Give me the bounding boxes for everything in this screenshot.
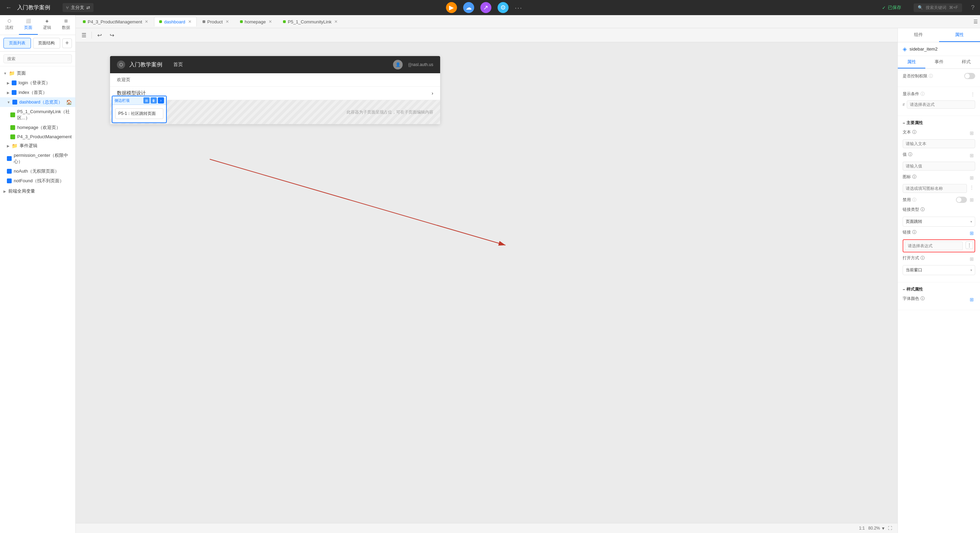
branch-selector[interactable]: ⑂ 主分支 ⇄: [63, 3, 94, 12]
page-list-button[interactable]: 页面列表: [3, 38, 31, 48]
fullscreen-button[interactable]: ⛶: [888, 526, 892, 531]
section-globals: ▶ 前端全局变量: [0, 186, 75, 196]
page-search-input[interactable]: [3, 54, 72, 63]
page-item-login[interactable]: ▶ login（登录页）: [0, 78, 75, 88]
open-method-select[interactable]: 当前窗口 ▾: [903, 265, 975, 275]
control-toggle-thumb: [965, 73, 970, 78]
open-method-arrow: ▾: [970, 268, 972, 272]
tab-product[interactable]: Product ✕: [197, 17, 234, 27]
display-condition-more[interactable]: ⋮: [970, 91, 975, 97]
publish-button[interactable]: ⚙: [498, 2, 509, 13]
property-tab-styles[interactable]: 样式: [953, 56, 980, 68]
help-button[interactable]: ?: [971, 4, 975, 11]
tab-close-dashboard[interactable]: ✕: [188, 19, 191, 24]
tab-p43[interactable]: P4_3_ProductManagement ✕: [78, 17, 153, 27]
component-icon: ◈: [903, 46, 907, 52]
widget-action-delete[interactable]: 🗑: [151, 97, 157, 103]
page-item-index[interactable]: ▶ index（首页）: [0, 88, 75, 97]
link-type-select[interactable]: 页面跳转 ▾: [903, 216, 975, 227]
tab-homepage[interactable]: homepage ✕: [235, 17, 277, 27]
section-main-props: − 主要属性 文本 ⓘ ⊞ 值: [898, 116, 980, 282]
zoom-down-icon[interactable]: ▾: [882, 525, 885, 531]
page-item-permission[interactable]: permission_center（权限中心）: [0, 151, 75, 166]
chevron-right: ▶: [7, 81, 10, 85]
page-structure-button[interactable]: 页面结构: [33, 38, 60, 48]
widget-action-copy[interactable]: ⊞: [143, 97, 150, 103]
page-item-homepage[interactable]: homepage（欢迎页）: [0, 123, 75, 132]
right-top-tabs: 组件 属性: [898, 28, 980, 42]
value-prop-input[interactable]: [903, 162, 975, 170]
icon-prop-input[interactable]: [903, 184, 967, 193]
section-globals-header[interactable]: ▶ 前端全局变量: [0, 186, 75, 196]
share-button[interactable]: ↗: [480, 2, 492, 13]
link-more-btn[interactable]: ⋮: [966, 242, 973, 249]
text-expand-btn[interactable]: ⊞: [968, 130, 975, 137]
page-label-events: 事件逻辑: [20, 143, 38, 149]
page-label-index: index（首页）: [19, 89, 47, 95]
page-icon-permission: [7, 156, 12, 161]
tab-close-community[interactable]: ✕: [334, 19, 338, 24]
play-button[interactable]: ▶: [446, 2, 457, 13]
condition-expression-input[interactable]: [907, 100, 975, 109]
tab-dashboard[interactable]: dashboard ✕: [154, 17, 196, 27]
font-color-expand-btn[interactable]: ⊞: [968, 296, 975, 303]
section-display-condition: 显示条件 ⓘ ⋮ if: [898, 87, 980, 116]
redo-button[interactable]: ↪: [107, 30, 116, 40]
tab-close-product[interactable]: ✕: [226, 19, 229, 24]
widget-action-more[interactable]: ›: [158, 97, 164, 103]
link-expand-btn[interactable]: ⊞: [968, 230, 975, 237]
open-method-expand-btn[interactable]: ⊞: [968, 256, 975, 263]
page-item-noauth[interactable]: noAuth（无权限页面）: [0, 166, 75, 176]
disabled-expand-btn[interactable]: ⊞: [968, 196, 975, 203]
tab-list-button[interactable]: ☰: [974, 19, 978, 24]
icon-expand-btn[interactable]: ⊞: [968, 174, 975, 181]
saved-label: 已保存: [888, 5, 901, 11]
disabled-label: 禁用 ⓘ: [903, 197, 916, 203]
more-button[interactable]: ···: [515, 4, 523, 12]
page-icon-notfound: [7, 178, 12, 183]
sidebar-widget: 侧边栏项 ⊞ 🗑 › P5-1：社区跳转页面: [112, 95, 167, 123]
app-title: 入门教学案例: [17, 4, 50, 11]
link-row-header: 链接 ⓘ ⊞: [903, 229, 975, 237]
tab-close-homepage[interactable]: ✕: [269, 19, 272, 24]
page-item-dashboard[interactable]: ▼ dashboard（总览页） 🏠: [0, 97, 75, 107]
add-page-button[interactable]: +: [62, 38, 72, 48]
text-prop-input[interactable]: [903, 139, 975, 148]
page-item-notfound[interactable]: notFound（找不到页面）: [0, 176, 75, 186]
icon-more-btn[interactable]: ⋮: [968, 184, 975, 191]
scale-label: 1:1: [859, 526, 865, 531]
tab-dot-dashboard: [159, 20, 162, 23]
tab-close-p43[interactable]: ✕: [145, 19, 148, 24]
property-tab-props[interactable]: 属性: [898, 56, 925, 68]
tab-flow[interactable]: ⬡ 流程: [0, 15, 19, 35]
cloud-button[interactable]: ☁: [463, 2, 474, 13]
tab-logic[interactable]: ◈ 逻辑: [38, 15, 57, 35]
back-button[interactable]: ←: [5, 4, 12, 11]
link-expression-input[interactable]: [905, 242, 963, 250]
tab-data[interactable]: ⊞ 数据: [56, 15, 75, 35]
page-item-product-mgmt[interactable]: P4_3_ProductManagement: [0, 132, 75, 141]
page-item-community[interactable]: P5_1_CommunityLink（社区...）: [0, 107, 75, 123]
app-logo: ⬡: [117, 60, 125, 69]
top-tab-components[interactable]: 组件: [898, 28, 939, 42]
control-toggle[interactable]: [964, 73, 975, 79]
zoom-controls: 80.2% ▾: [868, 525, 885, 531]
branch-swap-icon: ⇄: [86, 5, 90, 10]
value-expand-btn[interactable]: ⊞: [968, 152, 975, 159]
top-tab-properties[interactable]: 属性: [939, 28, 980, 42]
sidebar-widget-label: 侧边栏项: [115, 98, 130, 103]
page-item-events[interactable]: ▶ 📁 事件逻辑: [0, 141, 75, 151]
sidebar-item-text[interactable]: P5-1：社区跳转页面: [115, 108, 163, 119]
tab-community[interactable]: P5_1_CommunityLink ✕: [278, 17, 343, 27]
undo-button[interactable]: ↩: [95, 30, 104, 40]
sidebar-tabs: ⬡ 流程 ⬜ 页面 ◈ 逻辑 ⊞ 数据: [0, 15, 75, 35]
canvas-content[interactable]: ⬡ 入门教学案例 首页 👤 {{nasl.auth.us 欢迎页: [76, 42, 897, 523]
section-pages: ▼ 📁 页面 ▶ login（登录页） ▶ index（首页） ▼: [0, 68, 75, 186]
property-tab-events[interactable]: 事件: [925, 56, 953, 68]
disabled-toggle[interactable]: [956, 197, 967, 203]
tab-page[interactable]: ⬜ 页面: [19, 15, 38, 35]
sidebar-toggle[interactable]: ☰: [79, 30, 89, 40]
section-pages-header[interactable]: ▼ 📁 页面: [0, 68, 75, 78]
search-bar[interactable]: 🔍 搜索关键词 ⌘+F: [914, 3, 962, 12]
value-info-icon: ⓘ: [908, 152, 912, 158]
